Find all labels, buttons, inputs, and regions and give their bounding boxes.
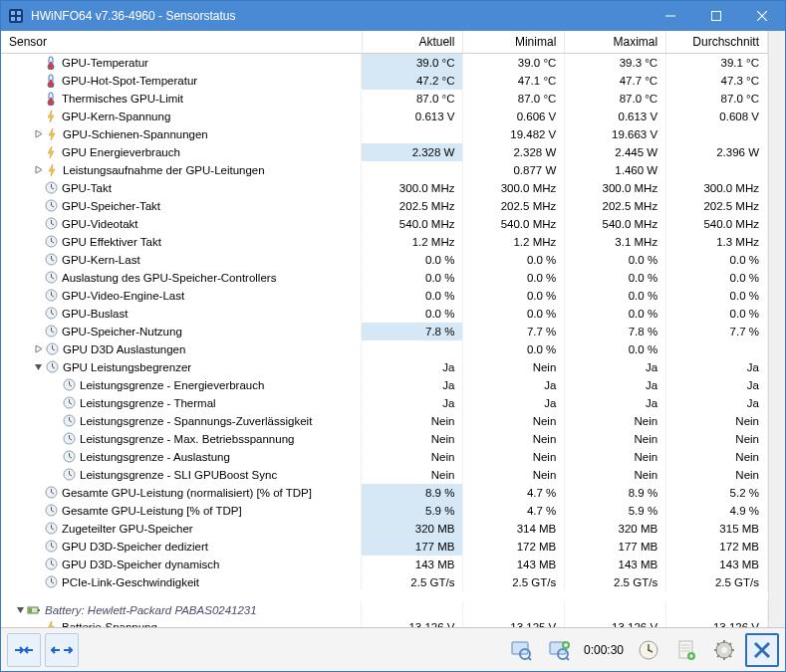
sensor-value: 39.0 °C <box>362 54 463 73</box>
sensor-row[interactable]: Leistungsgrenze - EnergieverbrauchJaJaJa… <box>1 376 768 394</box>
screenshot-button[interactable] <box>504 633 538 667</box>
sensor-row[interactable]: GPU D3D Auslastungen0.0 %0.0 % <box>1 340 768 358</box>
col-avg[interactable]: Durchschnitt <box>666 31 768 54</box>
col-min[interactable]: Minimal <box>463 31 565 54</box>
minimize-button[interactable] <box>648 1 693 31</box>
sensor-row[interactable]: Zugeteilter GPU-Speicher320 MB314 MB320 … <box>1 520 768 538</box>
sensor-row[interactable]: Gesamte GPU-Leistung [% of TDP]5.9 %4.7 … <box>1 502 768 520</box>
sensor-table: Sensor Aktuell Minimal Maximal Durchschn… <box>1 31 768 627</box>
sensor-row[interactable]: GPU D3D-Speicher dediziert177 MB172 MB17… <box>1 538 768 556</box>
expand-all-button[interactable] <box>7 633 41 667</box>
sensor-table-wrap[interactable]: Sensor Aktuell Minimal Maximal Durchschn… <box>1 31 768 627</box>
sensor-value: 8.9 % <box>362 484 463 502</box>
svg-rect-1 <box>11 11 15 15</box>
sensor-row[interactable]: GPU-Videotakt540.0 MHz540.0 MHz540.0 MHz… <box>1 215 768 233</box>
sensor-value: 540.0 MHz <box>463 215 565 233</box>
sensor-label: GPU-Buslast <box>62 306 128 322</box>
sensor-row[interactable]: Leistungsgrenze - SLI GPUBoost SyncNeinN… <box>1 466 768 484</box>
expand-icon[interactable] <box>32 129 44 138</box>
sensor-value: 8.9 % <box>565 484 666 502</box>
sensor-label: GPU-Takt <box>62 180 112 196</box>
sensor-value: Ja <box>565 376 666 394</box>
sensor-label: Leistungsgrenze - Auslastung <box>80 449 230 465</box>
sensor-row[interactable]: GPU LeistungsbegrenzerJaNeinJaJa <box>1 358 768 376</box>
sensor-row[interactable]: Thermisches GPU-Limit87.0 °C87.0 °C87.0 … <box>1 90 768 108</box>
svg-rect-14 <box>50 80 52 84</box>
clock-icon <box>45 342 59 356</box>
sensor-row[interactable]: Auslastung des GPU-Speicher-Controllers0… <box>1 269 768 287</box>
expand-icon[interactable] <box>32 344 44 353</box>
sensor-row[interactable]: GPU Energieverbrauch2.328 W2.328 W2.445 … <box>1 143 768 161</box>
log-button[interactable] <box>669 633 703 667</box>
col-current[interactable]: Aktuell <box>362 31 463 54</box>
sensor-value: 4.9 % <box>666 502 768 520</box>
clock-icon <box>44 181 58 195</box>
scrollbar[interactable] <box>768 31 785 627</box>
sensor-row[interactable]: PCIe-Link-Geschwindigkeit2.5 GT/s2.5 GT/… <box>1 573 768 591</box>
app-icon <box>7 7 25 25</box>
sensor-label: GPU-Schienen-Spannungen <box>63 126 208 142</box>
sensor-row[interactable]: Battery: Hewlett-Packard PABAS0241231 <box>1 601 768 618</box>
collapse-icon[interactable] <box>14 605 26 614</box>
sensor-row[interactable]: GPU-Buslast0.0 %0.0 %0.0 %0.0 % <box>1 305 768 323</box>
sensor-row[interactable]: Leistungsgrenze - Spannungs-Zuverlässigk… <box>1 412 768 430</box>
sensor-value <box>362 161 463 179</box>
sensor-row[interactable]: GPU-Temperatur39.0 °C39.0 °C39.3 °C39.1 … <box>1 54 768 73</box>
sensor-row[interactable]: GPU-Kern-Last0.0 %0.0 %0.0 %0.0 % <box>1 251 768 269</box>
expand-icon[interactable] <box>32 165 44 174</box>
sensor-row[interactable]: GPU D3D-Speicher dynamisch143 MB143 MB14… <box>1 556 768 573</box>
sensor-value: 2.328 W <box>362 143 463 161</box>
sensor-row[interactable]: GPU-Schienen-Spannungen19.482 V19.663 V <box>1 125 768 143</box>
svg-line-112 <box>717 643 719 645</box>
sensor-value: 39.3 °C <box>565 54 666 73</box>
sensor-value: Nein <box>362 448 463 466</box>
sensor-value: 5.9 % <box>565 502 666 520</box>
collapse-all-button[interactable] <box>45 633 79 667</box>
sensor-value: 0.0 % <box>565 340 666 358</box>
close-button[interactable] <box>739 1 785 31</box>
sensor-value: 1.2 MHz <box>362 233 463 251</box>
sensor-value: 2.5 GT/s <box>463 573 565 591</box>
sensor-value: 202.5 MHz <box>666 197 768 215</box>
sensor-value: 143 MB <box>463 556 565 573</box>
header-row[interactable]: Sensor Aktuell Minimal Maximal Durchschn… <box>1 31 768 54</box>
sensor-value: 0.0 % <box>565 305 666 323</box>
sensor-label: Gesamte GPU-Leistung (normalisiert) [% o… <box>62 485 312 501</box>
sensor-row[interactable]: Leistungsgrenze - AuslastungNeinNeinNein… <box>1 448 768 466</box>
collapse-icon[interactable] <box>32 362 44 371</box>
sensor-value: 540.0 MHz <box>362 215 463 233</box>
sensor-value <box>666 601 768 618</box>
titlebar[interactable]: HWiNFO64 v7.36-4960 - Sensorstatus <box>1 1 785 31</box>
statusbar-close-button[interactable] <box>745 633 779 667</box>
sensor-row[interactable]: Leistungsgrenze - Max. BetriebsspannungN… <box>1 430 768 448</box>
sensor-value: 172 MB <box>463 538 565 556</box>
settings-button[interactable] <box>707 633 741 667</box>
svg-line-113 <box>729 655 731 657</box>
sensor-row[interactable]: Batterie-Spannung13.126 V13.125 V13.126 … <box>1 618 768 627</box>
svg-rect-89 <box>29 608 32 612</box>
sensor-row[interactable]: GPU-Hot-Spot-Temperatur47.2 °C47.1 °C47.… <box>1 72 768 90</box>
sensor-row[interactable]: Leistungsgrenze - ThermalJaJaJaJa <box>1 394 768 412</box>
col-max[interactable]: Maximal <box>565 31 666 54</box>
sensor-row[interactable]: GPU-Takt300.0 MHz300.0 MHz300.0 MHz300.0… <box>1 179 768 197</box>
sensor-row[interactable]: GPU-Video-Engine-Last0.0 %0.0 %0.0 %0.0 … <box>1 287 768 305</box>
sensor-value: Nein <box>565 448 666 466</box>
sensor-value: 0.0 % <box>565 287 666 305</box>
clock-button[interactable] <box>632 633 665 667</box>
sensor-row[interactable]: GPU-Speicher-Takt202.5 MHz202.5 MHz202.5… <box>1 197 768 215</box>
sensor-row[interactable]: Gesamte GPU-Leistung (normalisiert) [% o… <box>1 484 768 502</box>
sensor-row[interactable]: GPU-Kern-Spannung0.613 V0.606 V0.613 V0.… <box>1 108 768 125</box>
sensor-row[interactable]: GPU Effektiver Takt1.2 MHz1.2 MHz3.1 MHz… <box>1 233 768 251</box>
col-sensor[interactable]: Sensor <box>1 31 362 54</box>
maximize-button[interactable] <box>693 1 739 31</box>
sensor-row[interactable]: GPU-Speicher-Nutzung7.8 %7.7 %7.8 %7.7 % <box>1 323 768 340</box>
sensor-value: 87.0 °C <box>463 90 565 108</box>
screenshot-add-button[interactable] <box>542 633 576 667</box>
sensor-value: Nein <box>463 448 565 466</box>
sensor-label: GPU Leistungsbegrenzer <box>63 359 191 375</box>
sensor-row[interactable]: Leistungsaufnahme der GPU-Leitungen0.877… <box>1 161 768 179</box>
clock-icon <box>44 504 58 518</box>
sensor-value: 19.482 V <box>463 125 565 143</box>
sensor-value: 0.0 % <box>362 305 463 323</box>
sensor-value: 87.0 °C <box>565 90 666 108</box>
